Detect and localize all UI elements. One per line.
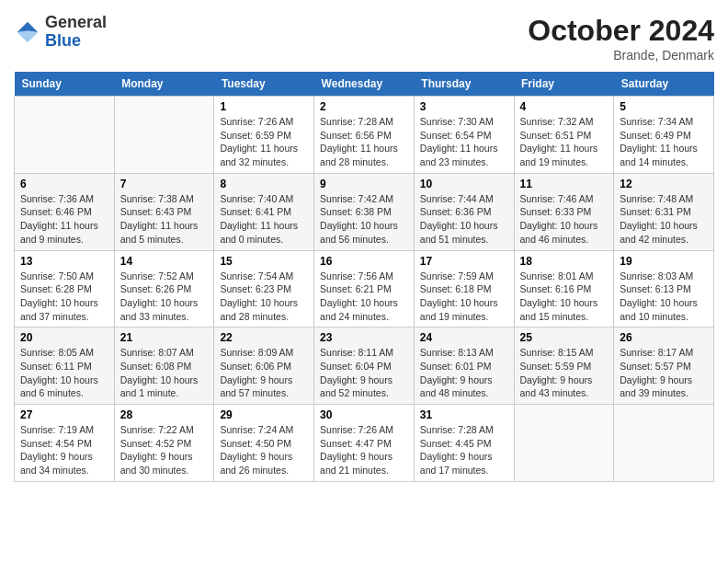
calendar: SundayMondayTuesdayWednesdayThursdayFrid…	[14, 72, 714, 482]
day-number: 22	[220, 331, 308, 344]
day-info: Sunrise: 7:34 AM Sunset: 6:49 PM Dayligh…	[620, 115, 708, 169]
day-header-tuesday: Tuesday	[214, 72, 314, 97]
calendar-cell: 28Sunrise: 7:22 AM Sunset: 4:52 PM Dayli…	[114, 405, 214, 482]
calendar-cell	[514, 405, 614, 482]
calendar-cell: 22Sunrise: 8:09 AM Sunset: 6:06 PM Dayli…	[214, 327, 314, 405]
calendar-cell: 23Sunrise: 8:11 AM Sunset: 6:04 PM Dayli…	[314, 327, 415, 405]
calendar-cell: 11Sunrise: 7:46 AM Sunset: 6:33 PM Dayli…	[514, 173, 614, 250]
calendar-cell: 5Sunrise: 7:34 AM Sunset: 6:49 PM Daylig…	[614, 97, 714, 174]
title-section: October 2024 Brande, Denmark	[528, 14, 714, 63]
calendar-cell: 9Sunrise: 7:42 AM Sunset: 6:38 PM Daylig…	[314, 173, 415, 250]
day-info: Sunrise: 7:46 AM Sunset: 6:33 PM Dayligh…	[520, 192, 609, 247]
logo: General Blue	[14, 14, 107, 51]
calendar-cell: 21Sunrise: 8:07 AM Sunset: 6:08 PM Dayli…	[114, 327, 214, 405]
day-info: Sunrise: 7:50 AM Sunset: 6:28 PM Dayligh…	[20, 270, 108, 324]
calendar-cell: 8Sunrise: 7:40 AM Sunset: 6:41 PM Daylig…	[214, 173, 314, 250]
day-info: Sunrise: 7:56 AM Sunset: 6:21 PM Dayligh…	[320, 270, 408, 324]
day-number: 13	[20, 255, 108, 268]
day-info: Sunrise: 7:32 AM Sunset: 6:51 PM Dayligh…	[520, 115, 609, 169]
calendar-cell: 25Sunrise: 8:15 AM Sunset: 5:59 PM Dayli…	[514, 327, 614, 405]
calendar-cell: 30Sunrise: 7:26 AM Sunset: 4:47 PM Dayli…	[314, 405, 415, 482]
svg-marker-0	[17, 22, 39, 32]
day-info: Sunrise: 7:26 AM Sunset: 4:47 PM Dayligh…	[320, 423, 408, 477]
logo-blue: Blue	[45, 31, 81, 50]
day-number: 7	[120, 178, 209, 190]
day-header-thursday: Thursday	[414, 72, 514, 97]
day-info: Sunrise: 7:59 AM Sunset: 6:18 PM Dayligh…	[420, 270, 508, 324]
day-info: Sunrise: 7:44 AM Sunset: 6:36 PM Dayligh…	[420, 192, 508, 247]
calendar-week-5: 27Sunrise: 7:19 AM Sunset: 4:54 PM Dayli…	[15, 405, 714, 482]
calendar-cell: 14Sunrise: 7:52 AM Sunset: 6:26 PM Dayli…	[114, 250, 214, 327]
calendar-cell: 1Sunrise: 7:26 AM Sunset: 6:59 PM Daylig…	[214, 97, 314, 174]
calendar-week-2: 6Sunrise: 7:36 AM Sunset: 6:46 PM Daylig…	[15, 173, 714, 250]
svg-marker-1	[17, 30, 39, 42]
day-info: Sunrise: 7:22 AM Sunset: 4:52 PM Dayligh…	[120, 423, 209, 477]
calendar-cell: 29Sunrise: 7:24 AM Sunset: 4:50 PM Dayli…	[214, 405, 314, 482]
day-info: Sunrise: 7:42 AM Sunset: 6:38 PM Dayligh…	[320, 192, 408, 247]
day-info: Sunrise: 7:28 AM Sunset: 6:56 PM Dayligh…	[320, 115, 408, 169]
day-info: Sunrise: 8:01 AM Sunset: 6:16 PM Dayligh…	[520, 270, 609, 324]
day-number: 12	[620, 178, 708, 190]
calendar-cell: 2Sunrise: 7:28 AM Sunset: 6:56 PM Daylig…	[314, 97, 415, 174]
day-number: 16	[320, 255, 408, 268]
day-number: 18	[520, 255, 609, 268]
day-info: Sunrise: 8:17 AM Sunset: 5:57 PM Dayligh…	[620, 346, 708, 400]
day-info: Sunrise: 8:09 AM Sunset: 6:06 PM Dayligh…	[220, 346, 308, 400]
day-number: 30	[320, 408, 408, 421]
day-number: 23	[320, 331, 408, 344]
calendar-cell: 7Sunrise: 7:38 AM Sunset: 6:43 PM Daylig…	[114, 173, 214, 250]
day-number: 24	[420, 331, 508, 344]
calendar-cell: 13Sunrise: 7:50 AM Sunset: 6:28 PM Dayli…	[15, 250, 115, 327]
day-number: 8	[220, 178, 308, 190]
day-info: Sunrise: 7:38 AM Sunset: 6:43 PM Dayligh…	[120, 192, 209, 247]
day-number: 9	[320, 178, 408, 190]
day-info: Sunrise: 7:40 AM Sunset: 6:41 PM Dayligh…	[220, 192, 308, 247]
day-info: Sunrise: 7:36 AM Sunset: 6:46 PM Dayligh…	[20, 192, 108, 247]
day-number: 21	[120, 331, 209, 344]
calendar-cell: 20Sunrise: 8:05 AM Sunset: 6:11 PM Dayli…	[15, 327, 115, 405]
day-header-monday: Monday	[114, 72, 214, 97]
day-number: 11	[520, 178, 609, 190]
calendar-cell: 24Sunrise: 8:13 AM Sunset: 6:01 PM Dayli…	[414, 327, 514, 405]
day-header-wednesday: Wednesday	[314, 72, 415, 97]
calendar-week-1: 1Sunrise: 7:26 AM Sunset: 6:59 PM Daylig…	[15, 97, 714, 174]
calendar-cell	[114, 97, 214, 174]
calendar-cell	[614, 405, 714, 482]
day-number: 28	[120, 408, 209, 421]
logo-general: General	[45, 13, 107, 31]
day-info: Sunrise: 7:54 AM Sunset: 6:23 PM Dayligh…	[220, 270, 308, 324]
calendar-cell: 10Sunrise: 7:44 AM Sunset: 6:36 PM Dayli…	[414, 173, 514, 250]
day-info: Sunrise: 8:15 AM Sunset: 5:59 PM Dayligh…	[520, 346, 609, 400]
day-number: 5	[620, 100, 708, 113]
day-number: 10	[420, 178, 508, 190]
day-number: 15	[220, 255, 308, 268]
location: Brande, Denmark	[528, 48, 714, 63]
day-number: 3	[420, 100, 508, 113]
day-number: 26	[620, 331, 708, 344]
calendar-cell: 19Sunrise: 8:03 AM Sunset: 6:13 PM Dayli…	[614, 250, 714, 327]
day-number: 20	[20, 331, 108, 344]
day-info: Sunrise: 7:28 AM Sunset: 4:45 PM Dayligh…	[420, 423, 508, 477]
calendar-cell: 16Sunrise: 7:56 AM Sunset: 6:21 PM Dayli…	[314, 250, 415, 327]
calendar-cell	[15, 97, 115, 174]
calendar-week-4: 20Sunrise: 8:05 AM Sunset: 6:11 PM Dayli…	[15, 327, 714, 405]
calendar-cell: 12Sunrise: 7:48 AM Sunset: 6:31 PM Dayli…	[614, 173, 714, 250]
month-title: October 2024	[528, 14, 714, 48]
day-number: 27	[20, 408, 108, 421]
day-number: 19	[620, 255, 708, 268]
day-info: Sunrise: 7:26 AM Sunset: 6:59 PM Dayligh…	[220, 115, 308, 169]
day-number: 25	[520, 331, 609, 344]
day-header-saturday: Saturday	[614, 72, 714, 97]
day-info: Sunrise: 8:07 AM Sunset: 6:08 PM Dayligh…	[120, 346, 209, 400]
calendar-cell: 3Sunrise: 7:30 AM Sunset: 6:54 PM Daylig…	[414, 97, 514, 174]
day-info: Sunrise: 7:24 AM Sunset: 4:50 PM Dayligh…	[220, 423, 308, 477]
day-info: Sunrise: 8:11 AM Sunset: 6:04 PM Dayligh…	[320, 346, 408, 400]
day-info: Sunrise: 7:48 AM Sunset: 6:31 PM Dayligh…	[620, 192, 708, 247]
day-header-friday: Friday	[514, 72, 614, 97]
calendar-week-3: 13Sunrise: 7:50 AM Sunset: 6:28 PM Dayli…	[15, 250, 714, 327]
day-info: Sunrise: 7:19 AM Sunset: 4:54 PM Dayligh…	[20, 423, 108, 477]
calendar-cell: 18Sunrise: 8:01 AM Sunset: 6:16 PM Dayli…	[514, 250, 614, 327]
day-number: 14	[120, 255, 209, 268]
calendar-header-row: SundayMondayTuesdayWednesdayThursdayFrid…	[15, 72, 714, 97]
day-number: 1	[220, 100, 308, 113]
